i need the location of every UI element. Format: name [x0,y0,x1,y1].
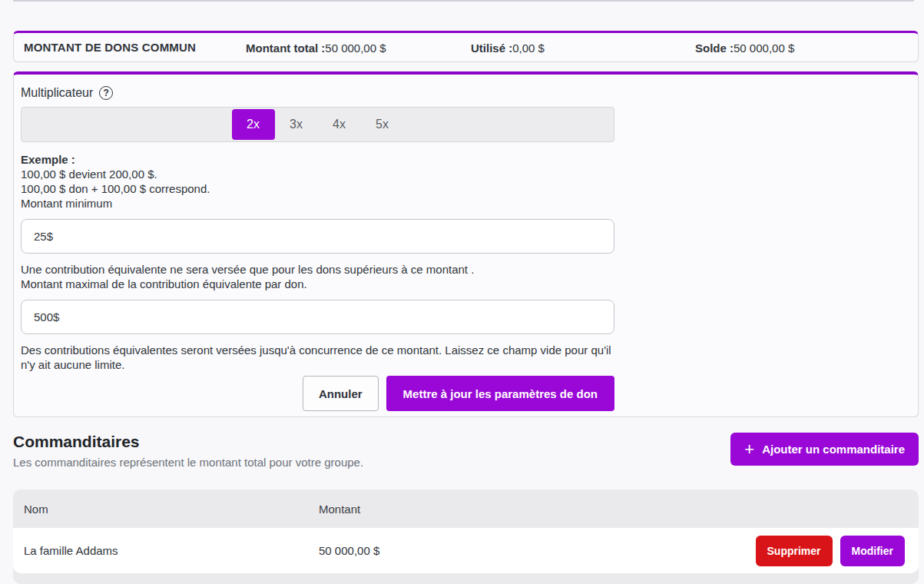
update-donation-settings-button[interactable]: Mettre à jour les paramètres de don [386,376,614,411]
minimum-amount-input[interactable] [21,219,614,254]
common-donation-summary-bar: MONTANT DE DONS COMMUN Montant total :50… [13,31,919,62]
add-sponsor-button-label: Ajouter un commanditaire [762,443,905,456]
sponsor-name: La famille Addams [24,544,319,557]
multiplier-option-4x[interactable]: 4x [318,109,361,140]
multiplier-segmented-control: 2x 3x 4x 5x [21,107,614,142]
add-sponsor-button[interactable]: + Ajouter un commanditaire [730,433,919,466]
cancel-button[interactable]: Annuler [303,376,379,411]
multiplier-option-2x[interactable]: 2x [232,109,275,140]
maximum-amount-label: Montant maximal de la contribution équiv… [21,277,620,291]
sponsors-header: Commanditaires Les commanditaires représ… [13,433,919,469]
sponsors-table: Nom Montant La famille Addams 50 000,00 … [13,489,919,584]
sponsors-subtitle: Les commanditaires représentent le monta… [13,456,363,469]
minimum-amount-helper-text: Une contribution équivalente ne sera ver… [21,262,620,277]
maximum-amount-input[interactable] [21,300,614,334]
multiplier-label: Multiplicateur [21,86,93,100]
summary-stat-used-value: 0,00 $ [512,41,545,54]
example-block: Exemple : 100,00 $ devient 200,00 $. 100… [21,152,911,211]
summary-stat-total-value: 50 000,00 $ [325,41,386,54]
multiplier-option-5x[interactable]: 5x [361,109,404,140]
sponsor-amount: 50 000,00 $ [319,544,379,557]
column-header-name: Nom [24,503,319,516]
minimum-amount-label: Montant minimum [21,196,911,211]
summary-stat-used: Utilisé :0,00 $ [471,41,545,54]
maximum-amount-helper: Des contributions équivalentes seront ve… [21,343,620,372]
sponsors-table-header: Nom Montant [13,489,919,528]
help-icon[interactable]: ? [99,86,113,100]
minimum-amount-helper: Une contribution équivalente ne sera ver… [21,262,620,291]
edit-sponsor-button[interactable]: Modifier [840,536,905,566]
summary-stat-balance: Solde :50 000,00 $ [695,41,794,54]
donation-settings-card: Multiplicateur ? 2x 3x 4x 5x Exemple : 1… [13,71,919,417]
summary-stat-balance-value: 50 000,00 $ [734,41,794,54]
column-header-amount: Montant [319,503,360,516]
top-divider [13,0,914,2]
example-line-2: 100,00 $ don + 100,00 $ correspond. [21,181,911,196]
delete-sponsor-button[interactable]: Supprimer [756,536,833,566]
multiplier-option-3x[interactable]: 3x [275,109,318,140]
example-line-1: 100,00 $ devient 200,00 $. [21,167,911,181]
sponsors-title: Commanditaires [13,433,363,451]
table-row: La famille Addams 50 000,00 $ Supprimer … [13,528,919,573]
summary-stat-total: Montant total :50 000,00 $ [246,41,386,54]
plus-icon: + [744,441,754,458]
summary-stat-balance-label: Solde : [695,41,734,54]
summary-stat-total-label: Montant total : [246,41,325,54]
example-title: Exemple : [21,152,911,167]
summary-title: MONTANT DE DONS COMMUN [14,41,196,54]
summary-stat-used-label: Utilisé : [471,41,512,54]
